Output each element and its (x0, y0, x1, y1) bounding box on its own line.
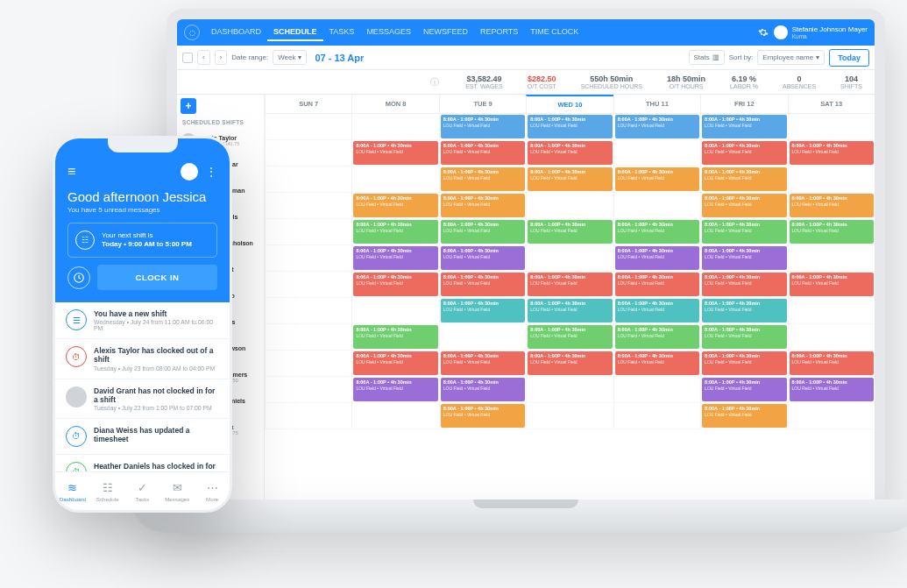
bottom-nav-schedule[interactable]: ☷Schedule (90, 472, 125, 510)
shift-cell[interactable]: 8:00A - 1:00P • 4h 30minLOU Field • Virt… (613, 114, 700, 140)
shift-block[interactable]: 8:00A - 1:00P • 4h 30minLOU Field • Virt… (441, 167, 525, 191)
shift-block[interactable]: 8:00A - 1:00P • 4h 30minLOU Field • Virt… (702, 115, 786, 138)
shift-block[interactable]: 8:00A - 1:00P • 4h 30minLOU Field • Virt… (528, 115, 612, 138)
shift-cell[interactable]: 8:00A - 1:00P • 4h 30minLOU Field • Virt… (351, 140, 438, 166)
feed-item[interactable]: ☰You have a new shiftWednesday • July 24… (55, 302, 230, 339)
shift-cell[interactable] (265, 403, 351, 429)
nav-tab-tasks[interactable]: TASKS (323, 24, 361, 41)
shift-block[interactable]: 8:00A - 1:00P • 4h 30minLOU Field • Virt… (528, 351, 612, 375)
shift-cell[interactable]: 8:00A - 1:00P • 4h 30minLOU Field • Virt… (613, 351, 700, 377)
shift-block[interactable]: 8:00A - 1:00P • 4h 30minLOU Field • Virt… (702, 325, 786, 349)
day-header[interactable]: TUE 9 (439, 95, 526, 113)
shift-cell[interactable]: 8:00A - 1:00P • 4h 30minLOU Field • Virt… (351, 272, 438, 298)
nav-tab-messages[interactable]: MESSAGES (360, 24, 417, 41)
feed-item[interactable]: David Grant has not clocked in for a shi… (55, 379, 230, 419)
shift-block[interactable]: 8:00A - 1:00P • 4h 30minLOU Field • Virt… (441, 115, 525, 138)
shift-cell[interactable]: 8:00A - 1:00P • 4h 30minLOU Field • Virt… (700, 272, 787, 298)
shift-block[interactable]: 8:00A - 1:00P • 4h 30minLOU Field • Virt… (353, 351, 437, 375)
shift-block[interactable]: 8:00A - 1:00P • 4h 30minLOU Field • Virt… (615, 325, 699, 349)
shift-block[interactable]: 8:00A - 1:00P • 4h 30minLOU Field • Virt… (441, 246, 525, 270)
shift-block[interactable]: 8:00A - 1:00P • 4h 30minLOU Field • Virt… (790, 220, 874, 244)
shift-cell[interactable]: 8:00A - 1:00P • 4h 30minLOU Field • Virt… (700, 377, 787, 403)
shift-block[interactable]: 8:00A - 1:00P • 4h 30minLOU Field • Virt… (790, 378, 874, 401)
shift-block[interactable]: 8:00A - 1:00P • 4h 30minLOU Field • Virt… (702, 246, 786, 270)
shift-cell[interactable]: 8:00A - 1:00P • 4h 30minLOU Field • Virt… (613, 298, 700, 324)
shift-cell[interactable] (265, 219, 351, 245)
bottom-nav-tasks[interactable]: ✓Tasks (125, 472, 160, 510)
shift-cell[interactable]: 8:00A - 1:00P • 4h 30minLOU Field • Virt… (788, 351, 875, 377)
shift-cell[interactable] (526, 403, 613, 429)
shift-cell[interactable] (788, 166, 875, 193)
more-icon[interactable]: ⋮ (205, 165, 217, 179)
shift-cell[interactable] (351, 114, 438, 140)
shift-cell[interactable]: 8:00A - 1:00P • 4h 30minLOU Field • Virt… (526, 114, 613, 140)
shift-cell[interactable]: 8:00A - 1:00P • 4h 30minLOU Field • Virt… (439, 166, 526, 193)
clock-in-button[interactable]: CLOCK IN (97, 265, 217, 290)
shift-cell[interactable]: 8:00A - 1:00P • 4h 30minLOU Field • Virt… (788, 272, 875, 298)
shift-cell[interactable]: 8:00A - 1:00P • 4h 30minLOU Field • Virt… (700, 166, 787, 193)
day-header[interactable]: SUN 7 (265, 95, 351, 113)
info-icon[interactable]: ⓘ (430, 76, 439, 89)
shift-cell[interactable]: 8:00A - 1:00P • 4h 30minLOU Field • Virt… (351, 377, 438, 403)
shift-cell[interactable] (526, 377, 613, 403)
shift-cell[interactable]: 8:00A - 1:00P • 4h 30minLOU Field • Virt… (351, 193, 438, 219)
next-shift-card[interactable]: ☷ Your next shift is Today • 9:00 AM to … (67, 223, 217, 258)
add-shift-button[interactable]: + (181, 98, 196, 114)
shift-block[interactable]: 8:00A - 1:00P • 4h 30minLOU Field • Virt… (702, 194, 786, 217)
shift-cell[interactable]: 8:00A - 1:00P • 4h 30minLOU Field • Virt… (439, 377, 526, 403)
shift-cell[interactable] (613, 193, 700, 219)
prev-week-button[interactable]: ‹ (197, 50, 210, 65)
shift-block[interactable]: 8:00A - 1:00P • 4h 30minLOU Field • Virt… (528, 273, 612, 296)
shift-cell[interactable]: 8:00A - 1:00P • 4h 30minLOU Field • Virt… (700, 114, 787, 140)
shift-cell[interactable]: 8:00A - 1:00P • 4h 30minLOU Field • Virt… (700, 245, 787, 272)
shift-cell[interactable]: 8:00A - 1:00P • 4h 30minLOU Field • Virt… (613, 245, 700, 272)
shift-block[interactable]: 8:00A - 1:00P • 4h 30minLOU Field • Virt… (615, 351, 699, 375)
shift-block[interactable]: 8:00A - 1:00P • 4h 30minLOU Field • Virt… (790, 273, 874, 296)
shift-cell[interactable] (788, 114, 875, 140)
shift-cell[interactable] (788, 298, 875, 324)
shift-cell[interactable] (265, 245, 351, 272)
day-header[interactable]: WED 10 (526, 95, 613, 113)
shift-cell[interactable]: 8:00A - 1:00P • 4h 30minLOU Field • Virt… (439, 140, 526, 166)
shift-block[interactable]: 8:00A - 1:00P • 4h 30minLOU Field • Virt… (790, 141, 874, 165)
shift-block[interactable]: 8:00A - 1:00P • 4h 30minLOU Field • Virt… (353, 220, 437, 244)
shift-cell[interactable]: 8:00A - 1:00P • 4h 30minLOU Field • Virt… (439, 403, 526, 429)
shift-block[interactable]: 8:00A - 1:00P • 4h 30minLOU Field • Virt… (353, 141, 437, 165)
shift-cell[interactable]: 8:00A - 1:00P • 4h 30minLOU Field • Virt… (439, 298, 526, 324)
shift-block[interactable]: 8:00A - 1:00P • 4h 30minLOU Field • Virt… (441, 273, 525, 296)
shift-cell[interactable]: 8:00A - 1:00P • 4h 30minLOU Field • Virt… (439, 272, 526, 298)
shift-block[interactable]: 8:00A - 1:00P • 4h 30minLOU Field • Virt… (353, 325, 437, 349)
shift-block[interactable]: 8:00A - 1:00P • 4h 30minLOU Field • Virt… (441, 220, 525, 244)
bottom-nav-messages[interactable]: ✉Messages (159, 472, 195, 510)
shift-cell[interactable] (265, 351, 351, 377)
nav-tab-dashboard[interactable]: DASHBOARD (205, 24, 267, 41)
shift-block[interactable]: 8:00A - 1:00P • 4h 30minLOU Field • Virt… (702, 299, 786, 322)
shift-cell[interactable]: 8:00A - 1:00P • 4h 30minLOU Field • Virt… (613, 166, 700, 193)
shift-cell[interactable]: 8:00A - 1:00P • 4h 30minLOU Field • Virt… (700, 324, 787, 351)
shift-block[interactable]: 8:00A - 1:00P • 4h 30minLOU Field • Virt… (528, 141, 612, 165)
shift-block[interactable]: 8:00A - 1:00P • 4h 30minLOU Field • Virt… (702, 404, 786, 428)
shift-cell[interactable] (788, 324, 875, 351)
shift-cell[interactable] (265, 377, 351, 403)
stats-toggle[interactable]: Stats ▥ (689, 50, 725, 65)
shift-cell[interactable] (613, 403, 700, 429)
shift-block[interactable]: 8:00A - 1:00P • 4h 30minLOU Field • Virt… (702, 273, 786, 296)
shift-block[interactable]: 8:00A - 1:00P • 4h 30minLOU Field • Virt… (615, 167, 699, 191)
shift-block[interactable]: 8:00A - 1:00P • 4h 30minLOU Field • Virt… (615, 299, 699, 322)
avatar-icon[interactable] (181, 163, 198, 181)
shift-block[interactable]: 8:00A - 1:00P • 4h 30minLOU Field • Virt… (528, 167, 612, 191)
shift-block[interactable]: 8:00A - 1:00P • 4h 30minLOU Field • Virt… (441, 299, 525, 322)
feed-item[interactable]: ⏱Heather Daniels has clocked in for a sh… (55, 455, 230, 471)
shift-block[interactable]: 8:00A - 1:00P • 4h 30minLOU Field • Virt… (353, 194, 437, 217)
shift-block[interactable]: 8:00A - 1:00P • 4h 30minLOU Field • Virt… (441, 141, 525, 165)
shift-cell[interactable]: 8:00A - 1:00P • 4h 30minLOU Field • Virt… (526, 140, 613, 166)
bottom-nav-dashboard[interactable]: ≋Dashboard (55, 472, 90, 510)
shift-cell[interactable] (351, 403, 438, 429)
sort-select[interactable]: Employee name ▾ (757, 50, 825, 65)
shift-block[interactable]: 8:00A - 1:00P • 4h 30minLOU Field • Virt… (790, 194, 874, 217)
shift-cell[interactable]: 8:00A - 1:00P • 4h 30minLOU Field • Virt… (788, 140, 875, 166)
shift-block[interactable]: 8:00A - 1:00P • 4h 30minLOU Field • Virt… (790, 351, 874, 375)
shift-cell[interactable]: 8:00A - 1:00P • 4h 30minLOU Field • Virt… (700, 219, 787, 245)
shift-cell[interactable] (265, 193, 351, 219)
activity-feed[interactable]: ☰You have a new shiftWednesday • July 24… (55, 302, 230, 471)
